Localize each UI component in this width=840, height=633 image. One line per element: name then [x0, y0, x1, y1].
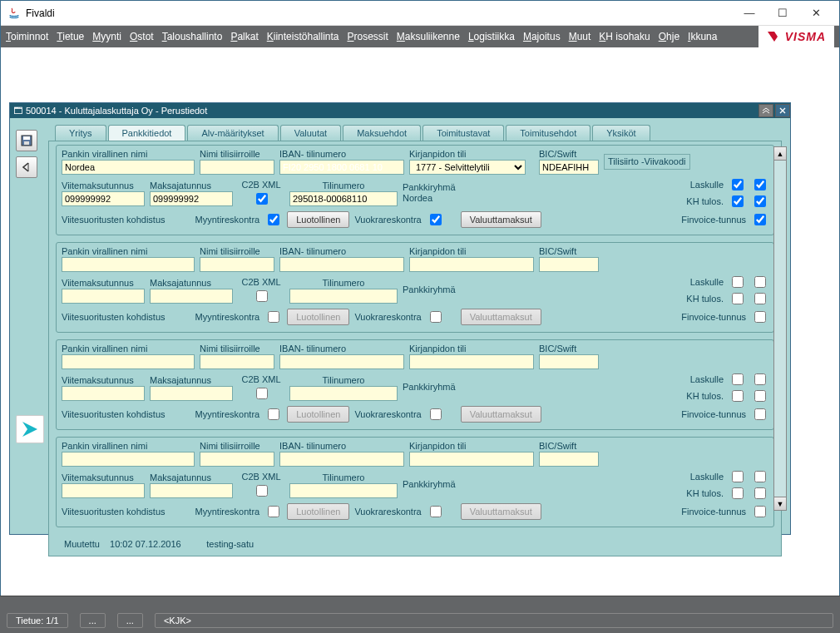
vertical-scrollbar[interactable]: ▲ ▼ [773, 146, 787, 511]
c2b-xml-checkbox[interactable] [256, 193, 268, 205]
viitemaksu-input[interactable] [62, 191, 145, 206]
menu-ohje[interactable]: Ohje [659, 31, 679, 42]
name-transfers-input[interactable] [200, 354, 274, 369]
scroll-up-button[interactable]: ▲ [774, 147, 786, 161]
tilinumero-input[interactable] [289, 483, 398, 498]
bank-name-input[interactable] [62, 257, 195, 272]
iban-input[interactable] [279, 257, 404, 272]
vuokrareskontra-checkbox[interactable] [430, 214, 442, 225]
account-select[interactable] [409, 354, 534, 369]
laskulle-checkbox[interactable] [732, 471, 744, 482]
bank-name-input[interactable] [62, 160, 195, 175]
finvoice-checkbox[interactable] [754, 311, 766, 323]
maximize-button[interactable]: ☐ [766, 3, 799, 23]
maksaja-input[interactable] [150, 386, 233, 401]
menu-ikkuna[interactable]: Ikkuna [688, 31, 717, 42]
minimize-button[interactable]: — [733, 3, 766, 23]
c2b-xml-checkbox[interactable] [256, 388, 268, 399]
menu-maksuliikenne[interactable]: Maksuliikenne [397, 31, 460, 42]
laskulle-checkbox[interactable] [732, 276, 744, 288]
laskulle-checkbox[interactable] [732, 373, 744, 385]
finvoice-checkbox[interactable] [754, 506, 766, 517]
myyntireskontra-checkbox[interactable] [268, 506, 279, 517]
extra2-checkbox[interactable] [754, 390, 766, 402]
visma-spinner-button[interactable] [16, 415, 44, 443]
tilisiirto-checkbox[interactable] [754, 179, 766, 190]
iban-input[interactable] [279, 354, 404, 369]
menu-palkat[interactable]: Palkat [230, 31, 258, 42]
finvoice-checkbox[interactable] [754, 408, 766, 420]
bank-name-input[interactable] [62, 354, 195, 369]
menu-logistiikka[interactable]: Logistiikka [468, 31, 515, 42]
bic-input[interactable] [539, 452, 599, 467]
myyntireskontra-checkbox[interactable] [268, 311, 279, 323]
subwin-close-button[interactable] [775, 104, 790, 117]
bic-input[interactable] [539, 160, 599, 175]
tab-valuutat[interactable]: Valuutat [280, 125, 342, 141]
tilinumero-input[interactable] [289, 386, 398, 401]
subwin-max-button[interactable] [758, 104, 773, 117]
vuokrareskontra-checkbox[interactable] [430, 506, 442, 517]
maksaja-input[interactable] [150, 483, 233, 498]
bic-input[interactable] [539, 257, 599, 272]
menu-majoitus[interactable]: Majoitus [523, 31, 561, 42]
khtulos-checkbox[interactable] [732, 195, 744, 207]
save-button[interactable] [16, 130, 37, 151]
tilisiirto2-checkbox[interactable] [754, 195, 766, 207]
maksaja-input[interactable] [150, 191, 233, 206]
khtulos-checkbox[interactable] [732, 487, 744, 499]
iban-input[interactable] [279, 452, 404, 467]
tab-toimitustavat[interactable]: Toimitustavat [422, 125, 504, 141]
bank-name-input[interactable] [62, 452, 195, 467]
myyntireskontra-checkbox[interactable] [268, 214, 279, 225]
tilinumero-input[interactable] [289, 289, 398, 304]
menu-ostot[interactable]: Ostot [130, 31, 154, 42]
iban-input[interactable] [279, 160, 404, 175]
close-button[interactable]: ✕ [799, 3, 833, 23]
name-transfers-input[interactable] [200, 160, 274, 175]
tab-maksuehdot[interactable]: Maksuehdot [343, 125, 421, 141]
name-transfers-input[interactable] [200, 257, 274, 272]
khtulos-checkbox[interactable] [732, 293, 744, 304]
menu-taloushallinto[interactable]: Taloushallinto [162, 31, 223, 42]
tab-pankkitiedot[interactable]: Pankkitiedot [108, 125, 186, 141]
viitemaksu-input[interactable] [62, 483, 145, 498]
maksaja-input[interactable] [150, 289, 233, 304]
luotollinen-button[interactable]: Luotollinen [287, 211, 349, 228]
finvoice-checkbox[interactable] [754, 214, 766, 225]
menu-muut[interactable]: Muut [569, 31, 591, 42]
account-select[interactable]: 1777 - Selvittelytili [409, 160, 526, 175]
menu-myynti[interactable]: Myynti [92, 31, 121, 42]
menu-prosessit[interactable]: Prosessit [347, 31, 388, 42]
tab-yritys[interactable]: Yritys [55, 125, 106, 141]
viitemaksu-input[interactable] [62, 386, 145, 401]
back-button[interactable] [16, 156, 37, 178]
valuuttamaksut-button[interactable]: Valuuttamaksut [461, 211, 541, 228]
extra2-checkbox[interactable] [754, 487, 766, 499]
extra-checkbox[interactable] [754, 373, 766, 385]
menu-kh-isohaku[interactable]: KH isohaku [599, 31, 650, 42]
account-select[interactable] [409, 452, 534, 467]
bic-input[interactable] [539, 354, 599, 369]
myyntireskontra-checkbox[interactable] [268, 408, 279, 420]
extra-checkbox[interactable] [754, 276, 766, 288]
vuokrareskontra-checkbox[interactable] [430, 408, 442, 420]
c2b-xml-checkbox[interactable] [256, 485, 268, 497]
vuokrareskontra-checkbox[interactable] [430, 311, 442, 323]
menu-toiminnot[interactable]: Toiminnot [6, 31, 48, 42]
tab-toimitusehdot[interactable]: Toimitusehdot [506, 125, 590, 141]
extra-checkbox[interactable] [754, 471, 766, 482]
laskulle-checkbox[interactable] [732, 179, 744, 190]
menu-tietue[interactable]: Tietue [57, 31, 84, 42]
extra2-checkbox[interactable] [754, 293, 766, 304]
c2b-xml-checkbox[interactable] [256, 290, 268, 302]
tilinumero-input[interactable] [289, 191, 398, 206]
khtulos-checkbox[interactable] [732, 390, 744, 402]
name-transfers-input[interactable] [200, 452, 274, 467]
tab-alv-määritykset[interactable]: Alv-määritykset [187, 125, 278, 141]
scroll-down-button[interactable]: ▼ [774, 497, 786, 510]
account-select[interactable] [409, 257, 534, 272]
viitemaksu-input[interactable] [62, 289, 145, 304]
tab-yksiköt[interactable]: Yksiköt [592, 125, 650, 141]
menu-kiinteistöhallinta[interactable]: Kiinteistöhallinta [267, 31, 339, 42]
